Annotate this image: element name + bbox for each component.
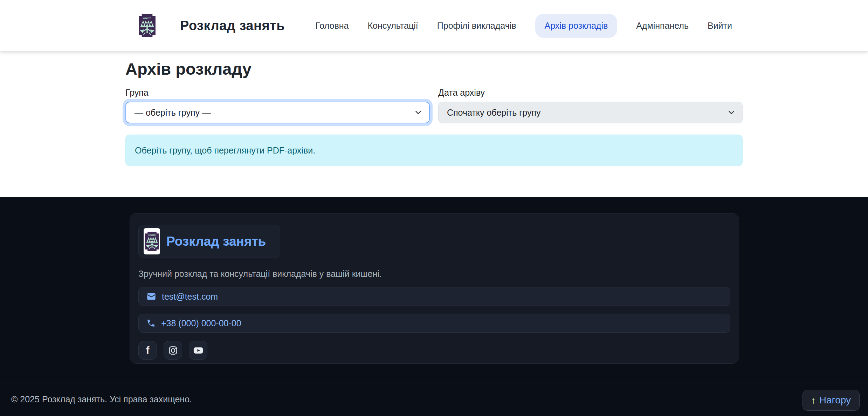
footer-brand-link[interactable]: КЛКІТП (138, 225, 280, 258)
envelope-icon (146, 292, 156, 301)
header: КЛКІТП Розклад занять (0, 0, 868, 51)
college-logo-icon: КЛКІТП (145, 231, 159, 252)
back-to-top-label: Нагору (819, 395, 851, 406)
footer-brand-title: Розклад занять (166, 234, 266, 249)
group-select[interactable]: — оберіть групу — (125, 102, 430, 123)
phone-link[interactable]: +38 (000) 000-00-00 (138, 314, 730, 333)
back-to-top-button[interactable]: ↑ Нагору (802, 390, 860, 411)
college-logo-icon: КЛКІТП (139, 14, 156, 37)
chevron-down-icon (728, 109, 735, 116)
info-alert: Оберіть групу, щоб переглянути PDF-архів… (125, 135, 743, 166)
facebook-button[interactable]: f (138, 341, 157, 360)
info-alert-text: Оберіть групу, щоб переглянути PDF-архів… (135, 145, 315, 156)
archive-date-select-value: Спочатку оберіть групу (447, 108, 540, 118)
nav-item-home[interactable]: Головна (316, 21, 349, 31)
email-link[interactable]: test@test.com (138, 287, 730, 306)
main-content: Архів розкладу Група — оберіть групу — Д… (0, 51, 868, 197)
nav-item-consultations[interactable]: Консультації (367, 21, 418, 31)
phone-icon (146, 319, 156, 328)
footer: КЛКІТП (0, 197, 868, 416)
youtube-button[interactable] (189, 341, 207, 360)
nav-item-admin-panel[interactable]: Адмінпанель (636, 21, 689, 31)
nav-item-logout[interactable]: Вийти (708, 21, 732, 31)
nav-item-teacher-profiles[interactable]: Профілі викладачів (437, 21, 516, 31)
youtube-icon (193, 345, 204, 356)
phone-text: +38 (000) 000-00-00 (161, 318, 241, 328)
group-label: Група (125, 88, 430, 98)
page-title: Архів розкладу (125, 51, 743, 79)
copyright-text: © 2025 Розклад занять. Усі права захищен… (11, 394, 192, 404)
footer-bottom-bar: © 2025 Розклад занять. Усі права захищен… (0, 382, 868, 416)
footer-logo-tile: КЛКІТП (144, 228, 160, 254)
group-select-value: — оберіть групу — (135, 108, 211, 118)
nav-item-schedule-archive[interactable]: Архів розкладів (535, 14, 618, 38)
page: КЛКІТП Розклад занять (0, 0, 868, 416)
header-brand-link[interactable]: КЛКІТП Розклад занять (139, 14, 285, 37)
arrow-up-icon: ↑ (811, 395, 816, 406)
main-nav: Головна Консультації Профілі викладачів … (316, 14, 732, 38)
footer-card: КЛКІТП (130, 213, 739, 364)
archive-filter-row: Група — оберіть групу — Дата архіву Споч… (125, 88, 743, 123)
group-field: Група — оберіть групу — (125, 88, 430, 123)
chevron-down-icon (414, 109, 422, 116)
archive-date-label: Дата архіву (438, 88, 743, 98)
instagram-button[interactable] (164, 341, 182, 360)
header-inner: КЛКІТП Розклад занять (125, 14, 743, 38)
footer-tagline: Зручний розклад та консультації викладач… (138, 268, 730, 279)
social-links: f (138, 341, 730, 360)
instagram-icon (168, 346, 178, 355)
email-text: test@test.com (162, 292, 218, 302)
brand-title: Розклад занять (180, 18, 285, 33)
archive-date-field: Дата архіву Спочатку оберіть групу (438, 88, 743, 123)
logo-text: КЛКІТП (148, 234, 156, 236)
archive-date-select[interactable]: Спочатку оберіть групу (438, 102, 743, 123)
logo-text: КЛКІТП (143, 17, 152, 19)
facebook-icon: f (146, 345, 150, 356)
